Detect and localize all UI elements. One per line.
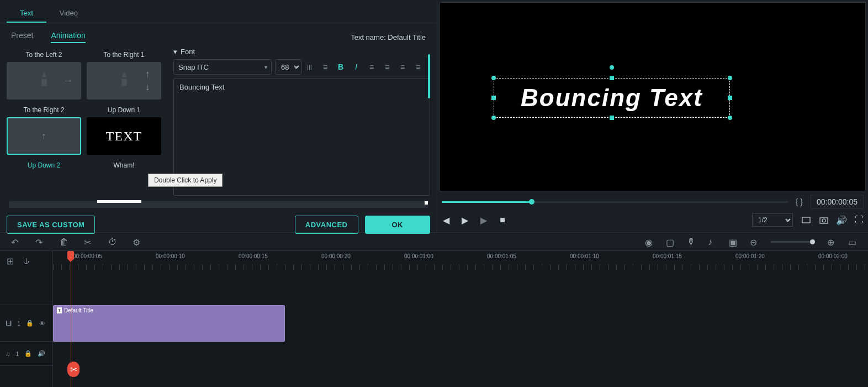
fit-icon[interactable]: ▭ (848, 237, 857, 246)
visibility-icon[interactable]: 👁 (39, 320, 45, 327)
zoom-select[interactable]: 1/2 (752, 213, 793, 227)
panel-slider[interactable] (9, 201, 428, 208)
snapshot-icon[interactable] (819, 216, 828, 224)
mute-icon[interactable]: 🔊 (38, 350, 45, 357)
resize-handle-right[interactable] (728, 96, 732, 100)
add-track-icon[interactable]: ⊞ (7, 256, 15, 265)
line-height-icon[interactable]: ≡ (320, 62, 330, 72)
lock-icon[interactable]: 🔒 (26, 320, 34, 327)
zoom-slider[interactable] (771, 241, 815, 243)
fullscreen-icon[interactable]: ⛶ (855, 216, 864, 224)
svg-point-2 (822, 219, 825, 222)
volume-icon[interactable]: 🔊 (837, 216, 846, 224)
timeline-clip[interactable]: TDefault Title (53, 305, 285, 342)
preset-label: To the Left 2 (7, 48, 81, 62)
chevron-down-icon: ▾ (173, 48, 177, 56)
cut-marker[interactable]: ✂ (67, 362, 80, 377)
align-center-icon[interactable]: ≡ (382, 62, 392, 72)
align-left-icon[interactable]: ≡ (367, 62, 377, 72)
preset-up-down-2[interactable]: ↑ (7, 117, 81, 155)
timeline: ⊞ ⫝ 🎞 1 🔒 👁 ♫ 1 🔒 🔊 00:00:00:05 00:00:00… (0, 250, 868, 387)
next-frame-button[interactable]: ▶ (479, 216, 488, 224)
tab-text[interactable]: Text (7, 4, 46, 23)
bold-button[interactable]: B (336, 62, 346, 72)
music-icon: ♫ (6, 351, 10, 357)
font-section-header[interactable]: ▾Font (173, 48, 430, 56)
text-name-label: Text name: Default Title (351, 33, 426, 41)
quality-icon[interactable] (802, 216, 811, 224)
timecode-display: 00:00:00:05 (811, 195, 864, 209)
timeline-ruler[interactable]: 00:00:00:05 00:00:00:10 00:00:00:15 00:0… (53, 251, 868, 270)
resize-handle-bottom[interactable] (610, 116, 614, 120)
preview-panel: Bouncing Text { } 00:00:00:05 ◀ ▶ ▶ (437, 0, 868, 232)
subtab-animation[interactable]: Animation (51, 31, 85, 43)
text-clip-icon: T (57, 307, 62, 313)
resize-handle-br[interactable] (728, 116, 732, 120)
font-family-select[interactable]: Snap ITC (173, 59, 272, 75)
align-right-icon[interactable]: ≡ (398, 62, 407, 72)
marker-icon[interactable]: ▢ (666, 237, 675, 246)
advanced-button[interactable]: ADVANCED (295, 216, 358, 234)
voiceover-icon[interactable]: 🎙 (687, 237, 696, 246)
audio-track-header: ♫ 1 🔒 🔊 (0, 342, 52, 366)
brackets-icon[interactable]: { } (796, 197, 803, 206)
zoom-in-icon[interactable]: ⊕ (827, 237, 836, 246)
text-bounding-box[interactable]: Bouncing Text (494, 78, 730, 118)
resize-handle-bl[interactable] (491, 116, 496, 120)
subtab-preset[interactable]: Preset (11, 31, 33, 43)
save-as-custom-button[interactable]: SAVE AS CUSTOM (7, 216, 95, 234)
svg-rect-0 (802, 217, 810, 223)
preview-text: Bouncing Text (521, 84, 703, 112)
video-track-header: 🎞 1 🔒 👁 (0, 305, 52, 342)
align-justify-icon[interactable]: ≡ (413, 62, 423, 72)
lock-icon[interactable]: 🔒 (24, 350, 32, 357)
audio-mixer-icon[interactable]: ♪ (708, 237, 717, 246)
preset-label: To the Right 1 (87, 48, 161, 62)
char-spacing-icon[interactable]: ⫼ (305, 62, 315, 72)
crop-icon[interactable]: ▣ (729, 237, 738, 246)
playback-progress[interactable] (442, 201, 788, 203)
play-button[interactable]: ▶ (461, 216, 469, 224)
render-icon[interactable]: ◉ (645, 237, 654, 246)
rotate-handle[interactable] (610, 65, 614, 70)
prev-frame-button[interactable]: ◀ (442, 216, 451, 224)
film-icon: 🎞 (6, 320, 12, 327)
preview-canvas[interactable]: Bouncing Text (440, 2, 866, 191)
scissors-icon: ✂ (70, 364, 77, 375)
preset-label: Up Down 1 (87, 103, 161, 117)
tooltip: Double Click to Apply (148, 174, 223, 187)
font-size-select[interactable]: 68 (275, 59, 301, 75)
main-tabs: Text Video (0, 0, 437, 23)
tab-video[interactable]: Video (46, 4, 91, 23)
ok-button[interactable]: OK (365, 216, 431, 234)
resize-handle-top[interactable] (610, 76, 614, 80)
magnet-icon[interactable]: ⫝ (22, 256, 31, 265)
preset-label: Wham! (87, 158, 161, 172)
italic-button[interactable]: I (351, 62, 361, 72)
resize-handle-left[interactable] (491, 96, 496, 100)
zoom-out-icon[interactable]: ⊖ (750, 237, 759, 246)
preset-to-left-2[interactable]: → (7, 62, 81, 100)
preset-to-right-1[interactable]: ↑↓ (87, 62, 161, 100)
preset-wham[interactable]: TEXT (87, 117, 161, 155)
resize-handle-tl[interactable] (491, 76, 496, 80)
resize-handle-tr[interactable] (728, 76, 732, 80)
preset-label-selected: Up Down 2 (7, 158, 81, 172)
preset-grid: To the Left 2→ To the Right 1↑↓ To the R… (7, 48, 167, 196)
scroll-indicator[interactable] (428, 54, 430, 98)
preset-label: To the Right 2 (7, 103, 81, 117)
left-panel: Text Video Preset Animation Text name: D… (0, 0, 437, 232)
stop-button[interactable]: ■ (498, 216, 507, 224)
